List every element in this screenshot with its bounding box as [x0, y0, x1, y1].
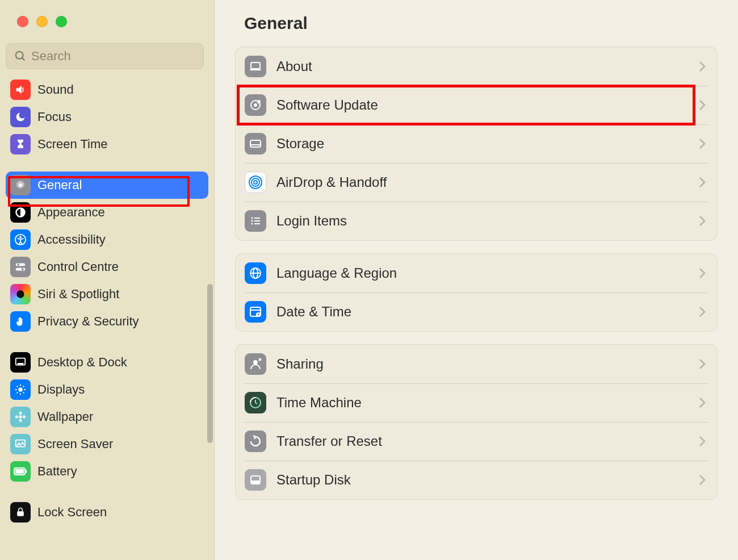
chevron-right-icon — [699, 397, 706, 408]
hand-icon — [10, 311, 31, 332]
sidebar-item-label: Focus — [37, 110, 72, 124]
sidebar-item-label: Wallpaper — [37, 409, 93, 424]
chevron-right-icon — [699, 177, 706, 188]
sidebar-item-wallpaper[interactable]: Wallpaper — [6, 403, 208, 431]
laptop-icon — [245, 56, 266, 77]
search-field[interactable] — [6, 43, 204, 69]
row-label: Sharing — [276, 356, 689, 372]
appearance-icon — [10, 202, 31, 223]
sidebar-item-label: Control Centre — [37, 260, 119, 274]
row-startup-disk[interactable]: Startup Disk — [236, 461, 717, 499]
svg-point-41 — [251, 178, 259, 186]
sidebar-item-label: Sound — [37, 82, 74, 97]
row-label: AirDrop & Handoff — [276, 174, 689, 190]
time-machine-icon — [245, 392, 266, 413]
search-input[interactable] — [31, 49, 195, 64]
svg-rect-6 — [16, 264, 26, 266]
row-label: Time Machine — [276, 395, 689, 411]
calendar-clock-icon — [245, 301, 266, 323]
row-language-region[interactable]: Language & Region — [236, 254, 717, 292]
list-icon — [245, 210, 266, 232]
svg-rect-32 — [17, 511, 24, 516]
sidebar-item-label: Desktop & Dock — [37, 355, 127, 370]
sidebar-item-label: Displays — [37, 382, 85, 397]
sidebar-item-sound[interactable]: Sound — [6, 76, 208, 103]
row-sharing[interactable]: Sharing — [236, 345, 717, 383]
sidebar-item-focus[interactable]: Focus — [6, 103, 208, 131]
sidebar-item-displays[interactable]: Displays — [6, 376, 208, 403]
siri-icon — [10, 284, 31, 304]
sidebar-item-label: Screen Time — [37, 137, 108, 152]
svg-rect-38 — [250, 140, 261, 147]
sidebar-item-accessibility[interactable]: Accessibility — [6, 226, 208, 253]
sidebar-item-screen-saver[interactable]: Screen Saver — [6, 431, 208, 458]
sidebar-item-desktop-dock[interactable]: Desktop & Dock — [6, 349, 208, 376]
startup-disk-icon — [245, 469, 266, 491]
sidebar-item-appearance[interactable]: Appearance — [6, 199, 208, 226]
chevron-right-icon — [699, 474, 706, 486]
battery-icon — [10, 461, 31, 482]
sidebar-item-general[interactable]: General — [6, 172, 208, 199]
sidebar-item-lock-screen[interactable]: Lock Screen — [6, 499, 208, 526]
settings-group-2: Language & Region Date & Time — [235, 253, 718, 332]
row-transfer-reset[interactable]: Transfer or Reset — [236, 422, 717, 461]
svg-rect-58 — [251, 480, 260, 484]
reset-icon — [245, 431, 266, 452]
settings-group-3: Sharing Time Machine Transfer or Reset — [235, 344, 718, 500]
sidebar-item-label: Siri & Spotlight — [37, 287, 119, 302]
svg-point-36 — [254, 103, 257, 107]
chevron-right-icon — [699, 306, 706, 317]
chevron-right-icon — [699, 61, 706, 72]
sidebar-item-screen-time[interactable]: Screen Time — [6, 131, 208, 158]
chevron-right-icon — [699, 358, 706, 370]
svg-point-13 — [18, 387, 22, 391]
svg-rect-12 — [18, 363, 24, 365]
lock-icon — [10, 502, 31, 523]
svg-rect-7 — [16, 268, 26, 271]
sidebar-item-label: Screen Saver — [37, 437, 113, 452]
row-airdrop-handoff[interactable]: AirDrop & Handoff — [236, 163, 717, 202]
minimize-window-button[interactable] — [36, 16, 48, 27]
svg-point-44 — [251, 220, 253, 222]
svg-point-45 — [251, 223, 253, 225]
row-login-items[interactable]: Login Items — [236, 202, 717, 240]
sidebar-item-siri-spotlight[interactable]: Siri & Spotlight — [6, 281, 208, 308]
svg-point-26 — [23, 415, 26, 419]
row-time-machine[interactable]: Time Machine — [236, 383, 717, 422]
window-controls — [0, 0, 214, 27]
svg-rect-30 — [15, 469, 24, 474]
svg-line-18 — [17, 386, 18, 387]
sidebar-item-label: Accessibility — [37, 232, 106, 247]
chevron-right-icon — [699, 215, 706, 227]
svg-point-37 — [257, 100, 261, 103]
sidebar: Sound Focus Screen Time General Ap — [0, 0, 215, 560]
svg-rect-31 — [26, 470, 27, 473]
sidebar-item-label: Battery — [37, 464, 77, 479]
disk-icon — [245, 133, 266, 154]
row-label: Transfer or Reset — [276, 433, 689, 449]
chevron-right-icon — [699, 138, 706, 149]
screensaver-icon — [10, 434, 31, 454]
row-label: Login Items — [276, 213, 689, 229]
chevron-right-icon — [699, 268, 706, 279]
row-about[interactable]: About — [236, 47, 717, 86]
svg-line-19 — [23, 392, 24, 394]
chevron-right-icon — [699, 99, 706, 111]
sidebar-item-privacy-security[interactable]: Privacy & Security — [6, 308, 208, 335]
sidebar-item-battery[interactable]: Battery — [6, 458, 208, 485]
svg-line-1 — [22, 58, 25, 61]
gear-icon — [10, 175, 31, 195]
sharing-icon — [245, 353, 266, 375]
svg-point-0 — [16, 52, 23, 59]
row-date-time[interactable]: Date & Time — [236, 292, 717, 331]
sidebar-item-control-centre[interactable]: Control Centre — [6, 253, 208, 281]
row-software-update[interactable]: Software Update — [236, 86, 717, 124]
fullscreen-window-button[interactable] — [56, 16, 67, 27]
sidebar-scrollbar[interactable] — [207, 284, 213, 443]
close-window-button[interactable] — [17, 16, 28, 27]
row-storage[interactable]: Storage — [236, 124, 717, 163]
flower-icon — [10, 407, 31, 427]
speaker-icon — [10, 80, 31, 100]
row-label: Language & Region — [276, 265, 689, 281]
svg-rect-34 — [250, 69, 261, 70]
